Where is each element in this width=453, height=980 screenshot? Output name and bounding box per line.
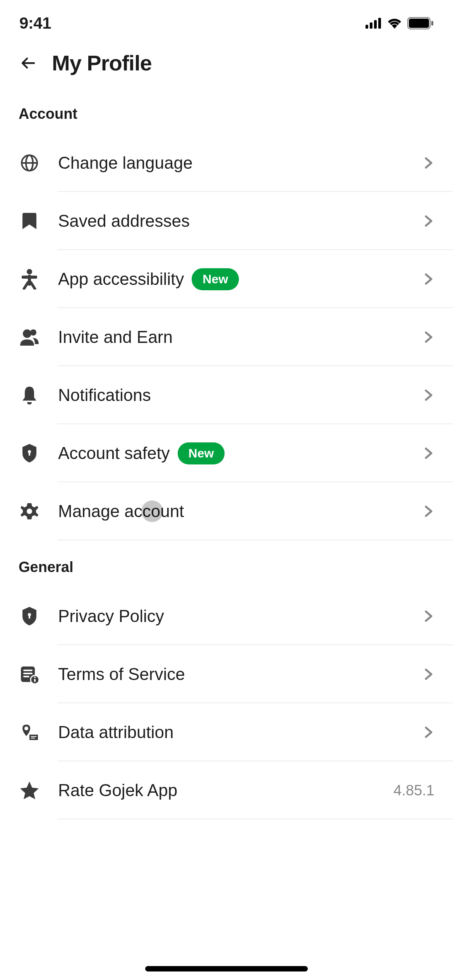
home-indicator[interactable] xyxy=(145,966,308,971)
location-data-icon xyxy=(19,721,40,743)
back-button[interactable] xyxy=(19,54,38,72)
svg-rect-3 xyxy=(378,18,381,29)
chevron-right-icon xyxy=(423,331,434,343)
item-label: App accessibility xyxy=(58,269,184,289)
page-title: My Profile xyxy=(52,50,152,75)
svg-rect-0 xyxy=(365,25,368,29)
bell-icon xyxy=(19,384,40,406)
app-version: 4.85.1 xyxy=(393,782,434,799)
svg-point-17 xyxy=(27,509,32,514)
svg-rect-26 xyxy=(34,679,36,682)
svg-rect-23 xyxy=(23,676,29,677)
chevron-right-icon xyxy=(423,610,434,622)
svg-rect-28 xyxy=(31,736,36,737)
item-label: Notifications xyxy=(58,385,151,405)
list-item-data-attribution[interactable]: Data attribution xyxy=(0,703,453,761)
battery-icon xyxy=(407,17,434,29)
item-label: Change language xyxy=(58,153,192,173)
status-bar: 9:41 xyxy=(0,0,453,39)
item-label: Account safety xyxy=(58,444,170,463)
list-item-manage-account[interactable]: Manage account xyxy=(0,482,453,540)
svg-point-13 xyxy=(23,329,31,338)
svg-point-25 xyxy=(34,677,36,678)
item-label: Saved addresses xyxy=(58,211,190,231)
list-item-terms-of-service[interactable]: Terms of Service xyxy=(0,645,453,703)
shield-icon xyxy=(19,442,40,464)
list-item-change-language[interactable]: Change language xyxy=(0,134,453,192)
star-icon xyxy=(19,780,40,801)
svg-point-27 xyxy=(24,726,28,730)
document-info-icon xyxy=(19,663,40,685)
svg-rect-12 xyxy=(22,276,37,279)
bookmark-icon xyxy=(19,210,40,232)
list-item-app-accessibility[interactable]: App accessibility New xyxy=(0,250,453,308)
svg-point-14 xyxy=(30,329,36,336)
new-badge: New xyxy=(178,442,225,464)
status-icons xyxy=(365,17,434,29)
chevron-right-icon xyxy=(423,726,434,738)
chevron-right-icon xyxy=(423,447,434,459)
chevron-right-icon xyxy=(423,273,434,285)
list-item-rate-app[interactable]: Rate Gojek App 4.85.1 xyxy=(0,761,453,819)
chevron-right-icon xyxy=(423,668,434,680)
item-label: Rate Gojek App xyxy=(58,781,177,800)
item-label: Privacy Policy xyxy=(58,607,164,626)
item-label: Manage account xyxy=(58,502,184,521)
globe-icon xyxy=(19,152,40,174)
item-label: Invite and Earn xyxy=(58,327,173,347)
svg-rect-16 xyxy=(29,452,30,456)
gear-icon xyxy=(19,500,40,522)
shield-icon xyxy=(19,605,40,627)
list-item-invite-earn[interactable]: Invite and Earn xyxy=(0,308,453,366)
svg-rect-5 xyxy=(409,19,429,28)
svg-point-10 xyxy=(27,269,32,274)
chevron-right-icon xyxy=(423,157,434,169)
svg-rect-22 xyxy=(23,673,33,674)
wifi-icon xyxy=(387,18,402,29)
section-header-general: General xyxy=(0,540,453,587)
arrow-left-icon xyxy=(19,54,38,72)
list-item-saved-addresses[interactable]: Saved addresses xyxy=(0,192,453,250)
cellular-signal-icon xyxy=(365,18,382,29)
svg-rect-19 xyxy=(29,615,30,618)
item-label: Data attribution xyxy=(58,723,173,742)
svg-rect-29 xyxy=(31,738,35,738)
svg-rect-21 xyxy=(23,670,33,671)
account-list: Change language Saved addresses xyxy=(0,134,453,540)
list-item-privacy-policy[interactable]: Privacy Policy xyxy=(0,587,453,645)
new-badge: New xyxy=(192,268,239,290)
list-item-account-safety[interactable]: Account safety New xyxy=(0,424,453,482)
people-icon xyxy=(19,326,40,348)
header: My Profile xyxy=(0,39,453,87)
svg-rect-6 xyxy=(431,21,433,26)
accessibility-icon xyxy=(19,268,40,290)
item-label: Terms of Service xyxy=(58,665,185,684)
svg-rect-1 xyxy=(370,22,372,29)
chevron-right-icon xyxy=(423,215,434,227)
section-header-account: Account xyxy=(0,87,453,134)
list-item-notifications[interactable]: Notifications xyxy=(0,366,453,424)
chevron-right-icon xyxy=(423,505,434,517)
general-list: Privacy Policy Terms of Service xyxy=(0,587,453,819)
status-time: 9:41 xyxy=(19,14,51,33)
chevron-right-icon xyxy=(423,389,434,401)
svg-rect-2 xyxy=(374,20,377,29)
